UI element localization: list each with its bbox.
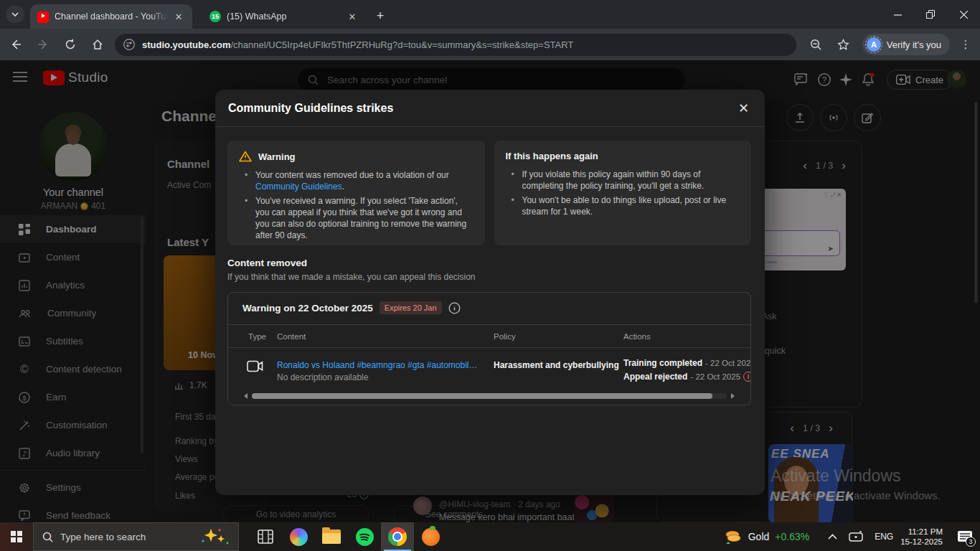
folder-icon bbox=[322, 529, 341, 544]
expires-badge: Expires 20 Jan bbox=[380, 301, 442, 314]
chrome-button[interactable] bbox=[381, 522, 414, 551]
spotify-button[interactable] bbox=[348, 522, 381, 551]
warning-bullet-2: You've received a warning. If you select… bbox=[245, 195, 473, 241]
address-bar[interactable]: studio.youtube.com/channel/UC5Irp4eUFIkr… bbox=[115, 34, 796, 56]
col-actions: Actions bbox=[623, 332, 651, 341]
tab-close-icon[interactable]: ✕ bbox=[346, 10, 359, 23]
browser-titlebar: Channel dashboard - YouTube Studio ✕ 15 … bbox=[0, 0, 980, 29]
bing-sparkle-icon bbox=[201, 528, 230, 545]
tab-title: (15) WhatsApp bbox=[227, 11, 341, 22]
browser-toolbar: studio.youtube.com/channel/UC5Irp4eUFIkr… bbox=[0, 29, 980, 60]
again-bullet-1: If you violate this policy again within … bbox=[512, 169, 740, 192]
video-type-icon bbox=[247, 360, 264, 372]
start-button[interactable] bbox=[0, 522, 33, 551]
rejected-icon: ! bbox=[743, 372, 751, 382]
bookmark-star-icon[interactable] bbox=[832, 33, 855, 56]
copilot-icon bbox=[290, 528, 308, 546]
content-removed-title: Content removed bbox=[227, 258, 307, 268]
coins-icon bbox=[724, 529, 743, 545]
warning-card: Warning Your content was removed due to … bbox=[227, 141, 485, 245]
video-description: No description available bbox=[277, 372, 368, 382]
task-view-button[interactable] bbox=[249, 522, 282, 551]
tray-touch-keyboard-icon[interactable] bbox=[849, 531, 863, 542]
site-settings-icon[interactable] bbox=[123, 39, 135, 50]
spotify-icon bbox=[356, 528, 374, 546]
zoom-out-icon[interactable] bbox=[805, 33, 828, 56]
action-training: Training completed - 22 Oct 2025 bbox=[623, 358, 751, 368]
community-guidelines-link[interactable]: Community Guidelines bbox=[255, 182, 342, 192]
file-explorer-button[interactable] bbox=[315, 522, 348, 551]
warning-details-box: Warning on 22 October 2025 Expires 20 Ja… bbox=[227, 292, 751, 405]
modal-title: Community Guidelines strikes bbox=[228, 102, 393, 115]
action-center-button[interactable]: 3 bbox=[953, 522, 977, 551]
tab-search-button[interactable] bbox=[6, 6, 24, 23]
windows-logo-icon bbox=[11, 531, 22, 542]
chrome-icon bbox=[388, 527, 407, 546]
col-type: Type bbox=[248, 332, 266, 341]
youtube-favicon bbox=[37, 11, 49, 23]
if-this-happens-again-card: If this happens again If you violate thi… bbox=[494, 141, 752, 245]
warning-bullet-1: Your content was removed due to a violat… bbox=[245, 169, 473, 192]
gold-ticker[interactable]: Gold +0.63% bbox=[724, 529, 809, 545]
tab-youtube-studio[interactable]: Channel dashboard - YouTube Studio ✕ bbox=[30, 4, 192, 29]
policy-value: Harassment and cyberbullying bbox=[494, 360, 619, 370]
modal-close-icon[interactable]: ✕ bbox=[738, 100, 749, 116]
new-tab-button[interactable]: + bbox=[372, 7, 389, 24]
window-restore-button[interactable] bbox=[914, 0, 947, 29]
video-title-link[interactable]: Ronaldo vs Holaand #beamngrao #gta #auto… bbox=[277, 360, 479, 370]
scroll-left-arrow[interactable] bbox=[244, 393, 248, 399]
notification-badge: 3 bbox=[966, 537, 976, 547]
content-removed-subtitle: If you think that we made a mistake, you… bbox=[227, 272, 476, 282]
profile-avatar: A bbox=[867, 37, 881, 52]
col-content: Content bbox=[277, 332, 306, 341]
tray-chevron-icon[interactable] bbox=[828, 534, 837, 540]
search-icon bbox=[42, 532, 53, 542]
table-horizontal-scrollbar[interactable] bbox=[244, 392, 735, 400]
verify-label: Verify it's you bbox=[887, 39, 941, 50]
url-path: /channel/UC5Irp4eUFIkr5ThtPZRHuRg?d=tou&… bbox=[231, 39, 574, 50]
tab-whatsapp[interactable]: 15 (15) WhatsApp ✕ bbox=[202, 4, 366, 29]
again-bullet-2: You won't be able to do things like uplo… bbox=[512, 194, 740, 217]
url-domain: studio.youtube.com bbox=[142, 39, 231, 50]
browser-menu-icon[interactable]: ⋮ bbox=[954, 33, 977, 56]
language-indicator[interactable]: ENG bbox=[875, 532, 893, 542]
forward-button[interactable] bbox=[32, 33, 55, 56]
info-icon[interactable] bbox=[448, 302, 461, 314]
scrollbar-thumb[interactable] bbox=[252, 393, 712, 399]
window-minimize-button[interactable] bbox=[881, 0, 914, 29]
reload-button[interactable] bbox=[59, 33, 82, 56]
fl-studio-icon bbox=[422, 528, 440, 546]
warning-triangle-icon bbox=[239, 151, 252, 162]
home-button[interactable] bbox=[86, 33, 109, 56]
tab-title: Channel dashboard - YouTube Studio bbox=[55, 11, 168, 22]
warning-date-heading: Warning on 22 October 2025 bbox=[242, 303, 373, 314]
windows-taskbar: Type here to search Gold +0.63% ENG 11:2… bbox=[0, 522, 980, 551]
whatsapp-favicon: 15 bbox=[209, 11, 221, 22]
tab-close-icon[interactable]: ✕ bbox=[172, 10, 185, 23]
back-button[interactable] bbox=[4, 33, 27, 56]
taskbar-search-placeholder: Type here to search bbox=[60, 532, 194, 542]
community-guidelines-modal: Community Guidelines strikes ✕ Warning Y… bbox=[215, 90, 765, 495]
taskbar-search[interactable]: Type here to search bbox=[33, 522, 239, 551]
fl-studio-button[interactable] bbox=[414, 522, 447, 551]
action-appeal: Appeal rejected - 22 Oct 2025 ! bbox=[623, 372, 751, 382]
copilot-button[interactable] bbox=[282, 522, 315, 551]
scroll-right-arrow[interactable] bbox=[731, 393, 735, 399]
verify-profile-button[interactable]: A Verify it's you bbox=[862, 34, 950, 55]
taskbar-clock[interactable]: 11:21 PM 15-12-2025 bbox=[900, 527, 943, 547]
window-close-button[interactable] bbox=[947, 0, 980, 29]
col-policy: Policy bbox=[494, 332, 516, 341]
